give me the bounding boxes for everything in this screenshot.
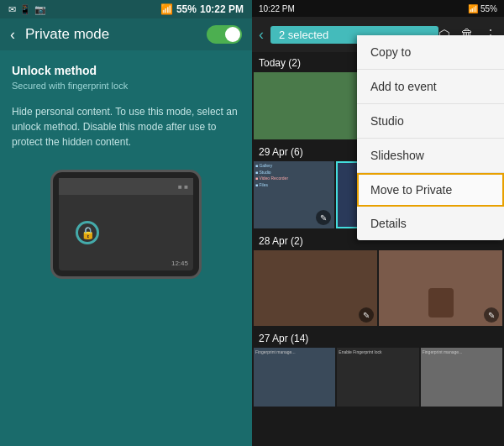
status-bar-right: 10:22 PM 📶 55% <box>252 0 504 17</box>
list-content-3: Enable Fingerprint lock <box>337 348 418 356</box>
menu-item-copy-to[interactable]: Copy to <box>357 35 504 70</box>
phone-frame: ■ ■ 🔒 12:45 <box>50 170 202 279</box>
photo-thumb[interactable]: Enable Fingerprint lock <box>337 348 418 407</box>
toggle-knob <box>225 27 240 42</box>
status-right: 📶 55% 10:22 PM <box>160 3 244 15</box>
list-content: ■ Gallery ■ Studio ■ Video Recorder ■ Fi… <box>254 161 334 190</box>
date-label-27apr: 27 Apr (14) <box>252 328 504 348</box>
screen-icon: 📷 <box>34 4 46 15</box>
list-content-4: Fingerprint manage... <box>421 348 502 356</box>
left-panel: ✉ 📱 📷 📶 55% 10:22 PM ‹ Private mode Unlo… <box>0 0 252 446</box>
battery-percent: 55% <box>176 3 197 15</box>
phone-mockup: ■ ■ 🔒 12:45 <box>12 170 240 279</box>
description-text: Hide personal content. To use this mode,… <box>12 104 240 150</box>
msg-icon: ✉ <box>8 4 16 15</box>
photo-thumb[interactable]: ✎ <box>379 250 502 326</box>
signal-icon: 📶 <box>160 3 173 15</box>
edit-icon-5: ✎ <box>363 311 370 320</box>
back-button-right[interactable]: ‹ <box>259 26 264 44</box>
edit-overlay-5: ✎ <box>359 307 374 323</box>
lock-icon: 🔒 <box>76 221 99 244</box>
phone-lock-container: 🔒 <box>76 221 99 244</box>
phone-status: ■ ■ <box>178 183 188 191</box>
menu-item-details[interactable]: Details <box>357 207 504 240</box>
section-subtitle: Secured with fingerprint lock <box>12 81 240 91</box>
status-icons: ✉ 📱 📷 <box>8 4 46 15</box>
list-content-2: Fingerprint manage... <box>254 348 335 356</box>
phone-battery-time: 12:45 <box>171 260 188 267</box>
menu-item-slideshow[interactable]: Slideshow <box>357 139 504 173</box>
photo-thumb[interactable]: ■ Gallery ■ Studio ■ Video Recorder ■ Fi… <box>254 161 334 228</box>
photo-thumb[interactable]: ✎ <box>254 250 377 326</box>
private-mode-toggle[interactable] <box>207 25 242 44</box>
phone-content-area: 🔒 12:45 <box>59 195 193 270</box>
whatsapp-icon: 📱 <box>19 4 31 15</box>
top-bar-left: ‹ Private mode <box>0 18 252 50</box>
photo-thumb[interactable]: Fingerprint manage... <box>254 348 335 407</box>
menu-item-add-to-event[interactable]: Add to event <box>357 70 504 104</box>
menu-item-move-to-private[interactable]: Move to Private <box>357 173 504 207</box>
person-silhouette <box>428 288 454 317</box>
edit-icon-2: ✎ <box>320 213 327 223</box>
page-title-left: Private mode <box>25 26 207 43</box>
photo-thumb[interactable]: Fingerprint manage... <box>421 348 502 407</box>
edit-icon-6: ✎ <box>488 311 495 320</box>
signal-right-icon: 📶 55% <box>468 4 497 13</box>
photo-row-27apr: Fingerprint manage... Enable Fingerprint… <box>252 348 504 408</box>
dropdown-menu: Copy to Add to event Studio Slideshow Mo… <box>357 35 504 240</box>
edit-overlay-6: ✎ <box>484 307 499 323</box>
phone-top-bar: ■ ■ <box>59 178 193 195</box>
time-display-left: 10:22 PM <box>200 3 244 15</box>
phone-screen: ■ ■ 🔒 12:45 <box>59 178 193 270</box>
section-title: Unlock method <box>12 64 240 77</box>
right-panel: 10:22 PM 📶 55% ‹ 2 selected ⬡ 🗑 ⋮ Today … <box>252 0 504 446</box>
status-bar-left: ✉ 📱 📷 📶 55% 10:22 PM <box>0 0 252 18</box>
time-display-right: 10:22 PM <box>259 4 295 13</box>
edit-overlay-2: ✎ <box>316 210 331 225</box>
left-content: Unlock method Secured with fingerprint l… <box>0 50 252 446</box>
photo-row-28apr: ✎ ✎ <box>252 250 504 328</box>
menu-item-studio[interactable]: Studio <box>357 104 504 139</box>
back-button-left[interactable]: ‹ <box>10 26 15 44</box>
